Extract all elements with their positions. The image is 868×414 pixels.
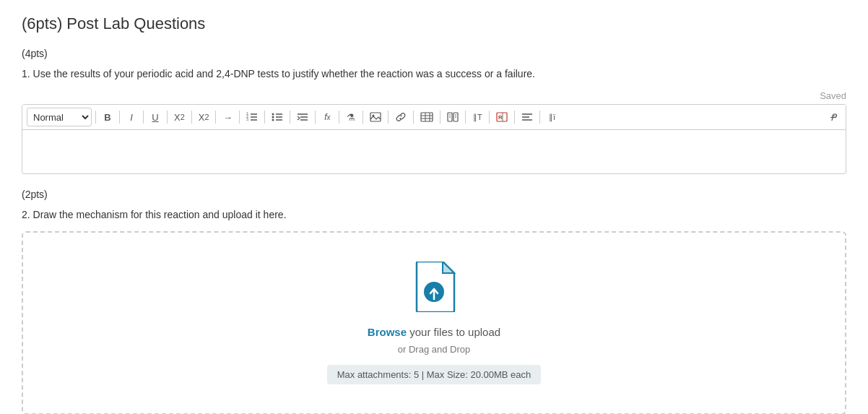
toolbar-sep-12 bbox=[363, 111, 363, 124]
bold-button[interactable]: B bbox=[100, 108, 116, 126]
svg-text:3.: 3. bbox=[246, 117, 249, 121]
arrow-button[interactable]: → bbox=[220, 108, 235, 126]
svg-point-6 bbox=[272, 113, 274, 116]
browse-link[interactable]: Browse bbox=[368, 326, 407, 338]
superscript-button[interactable]: X2 bbox=[196, 108, 212, 126]
upload-file-icon bbox=[412, 262, 456, 312]
editor-container: Normal Heading 1 Heading 2 Heading 3 B I… bbox=[22, 104, 846, 174]
upload-prompt: Browse your files to upload bbox=[38, 326, 830, 338]
toolbar-sep-4 bbox=[167, 111, 168, 124]
toolbar-sep-5 bbox=[191, 111, 192, 124]
editor-toolbar: Normal Heading 1 Heading 2 Heading 3 B I… bbox=[22, 105, 846, 130]
toolbar-sep-11 bbox=[339, 111, 339, 124]
drag-drop-text: or Drag and Drop bbox=[38, 344, 830, 355]
link-button[interactable] bbox=[392, 108, 409, 126]
page-title: (6pts) Post Lab Questions bbox=[22, 14, 846, 33]
toolbar-sep-7 bbox=[239, 111, 240, 124]
upload-text-suffix: your files to upload bbox=[407, 326, 500, 338]
question1-pts: (4pts) bbox=[22, 48, 846, 59]
media-button[interactable]: R bbox=[493, 108, 511, 126]
indent-button[interactable] bbox=[294, 108, 311, 126]
toolbar-right-area: Ᵽ bbox=[825, 108, 841, 126]
toolbar-sep-18 bbox=[514, 111, 515, 124]
toolbar-sep-16 bbox=[465, 111, 466, 124]
image-button[interactable] bbox=[367, 108, 384, 126]
toolbar-sep-1 bbox=[95, 111, 96, 124]
chemical-button[interactable]: ⚗ bbox=[343, 108, 359, 126]
svg-point-8 bbox=[272, 119, 274, 121]
toolbar-sep-8 bbox=[264, 111, 265, 124]
toolbar-sep-13 bbox=[388, 111, 389, 124]
table-button[interactable] bbox=[417, 108, 436, 126]
italic-button[interactable]: I bbox=[123, 108, 139, 126]
toolbar-sep-2 bbox=[119, 111, 120, 124]
underline-button[interactable]: U bbox=[147, 108, 163, 126]
ordered-list-button[interactable]: 1. 2. 3. bbox=[243, 108, 261, 126]
formula-button[interactable]: fx bbox=[319, 108, 335, 126]
svg-rect-17 bbox=[421, 113, 433, 121]
svg-rect-15 bbox=[370, 113, 381, 121]
svg-text:R: R bbox=[498, 114, 503, 121]
toolbar-sep-17 bbox=[489, 111, 490, 124]
toolbar-sep-19 bbox=[539, 111, 540, 124]
upload-icon-wrapper bbox=[38, 262, 830, 314]
chart-button[interactable]: ∥ï bbox=[544, 108, 560, 126]
saved-label: Saved bbox=[22, 90, 846, 101]
question1-text: 1. Use the results of your periodic acid… bbox=[22, 66, 846, 82]
text-col-button[interactable]: ∥T bbox=[469, 108, 485, 126]
toolbar-sep-10 bbox=[315, 111, 316, 124]
unordered-list-button[interactable] bbox=[269, 108, 286, 126]
col-layout-button[interactable] bbox=[444, 108, 461, 126]
toolbar-sep-14 bbox=[413, 111, 414, 124]
align-button[interactable] bbox=[518, 108, 536, 126]
format-select[interactable]: Normal Heading 1 Heading 2 Heading 3 bbox=[27, 108, 92, 126]
question2-pts: (2pts) bbox=[22, 189, 846, 200]
toolbar-sep-3 bbox=[143, 111, 144, 124]
editor-content-area[interactable] bbox=[22, 130, 846, 173]
clear-format-button[interactable]: Ᵽ bbox=[825, 108, 841, 126]
upload-info-badge: Max attachments: 5 | Max Size: 20.00MB e… bbox=[327, 365, 542, 384]
toolbar-sep-15 bbox=[440, 111, 440, 124]
svg-point-7 bbox=[272, 116, 274, 118]
toolbar-sep-9 bbox=[290, 111, 290, 124]
subscript-button[interactable]: X2 bbox=[171, 108, 188, 126]
upload-dropzone[interactable]: Browse your files to upload or Drag and … bbox=[22, 231, 846, 414]
toolbar-sep-6 bbox=[215, 111, 216, 124]
question2-text: 2. Draw the mechanism for this reaction … bbox=[22, 207, 846, 223]
